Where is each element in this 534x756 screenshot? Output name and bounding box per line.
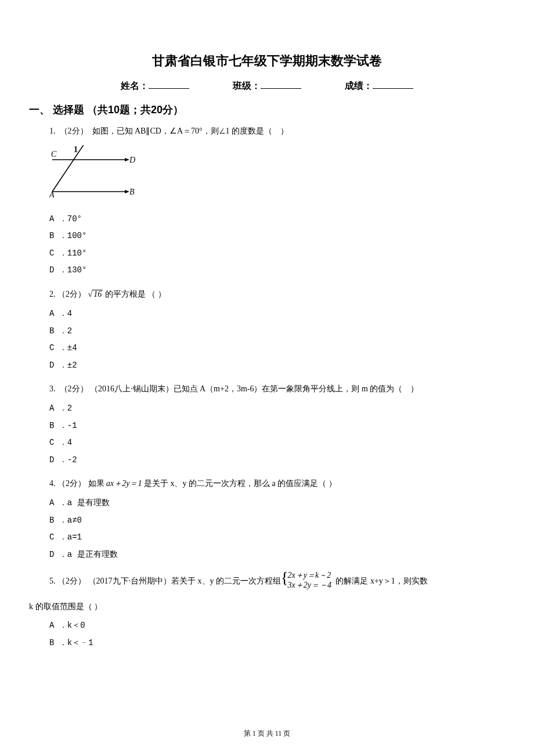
q5-eq-row1: 2x＋y＝k－2	[288, 571, 331, 581]
sqrt-icon: √16	[88, 287, 103, 303]
q5-option-b: B ．k＜﹣1	[49, 638, 505, 649]
question-3: 3. （2分） （2016八上·锡山期末）已知点 A（m+2，3m-6）在第一象…	[49, 381, 505, 397]
svg-line-4	[52, 145, 84, 192]
q5-options: A ．k＜0 B ．k＜﹣1	[49, 620, 505, 649]
name-underline	[149, 88, 189, 89]
q2-option-c: C ．±4	[49, 343, 505, 354]
question-5: 5. （2分） （2017九下·台州期中）若关于 x、y 的二元一次方程组 { …	[49, 571, 505, 593]
q1-figure: C D A B 1	[49, 145, 505, 203]
q1-option-c: C ．110°	[49, 248, 505, 260]
figure-label-a: A	[49, 190, 55, 199]
score-field: 成绩：	[345, 80, 413, 92]
name-field: 姓名：	[121, 80, 189, 92]
q4-options: A ．a 是有理数 B ．a≠0 C ．a=1 D ．a 是正有理数	[49, 498, 505, 560]
question-1: 1. （2分） 如图，已知 AB∥CD，∠A＝70°，则∠1 的度数是（ ）	[49, 124, 505, 139]
q2-option-d: D ．±2	[49, 360, 505, 372]
student-info-row: 姓名： 班级： 成绩：	[29, 80, 505, 92]
class-underline	[261, 88, 301, 89]
figure-label-b: B	[129, 188, 135, 196]
q4-option-c: C ．a=1	[49, 532, 505, 543]
q5-prefix: 5. （2分） （2017九下·台州期中）若关于 x、y 的二元一次方程组	[49, 577, 283, 586]
q5-continuation: k 的取值范围是（ ）	[29, 599, 505, 615]
q2-suffix: 的平方根是 （ ）	[105, 290, 166, 298]
question-4: 4. （2分） 如果 ax＋2y＝1 是关于 x、y 的二元一次方程，那么 a …	[49, 476, 505, 492]
class-label: 班级：	[233, 81, 261, 91]
q5-eq-row2: 3x＋2y＝－4	[288, 581, 331, 591]
score-underline	[373, 88, 413, 89]
q2-option-b: B ．2	[49, 326, 505, 337]
name-label: 姓名：	[121, 81, 149, 91]
q3-options: A ．2 B ．-1 C ．4 D ．-2	[49, 403, 505, 466]
q3-option-d: D ．-2	[49, 455, 505, 466]
q1-stem: 1. （2分） 如图，已知 AB∥CD，∠A＝70°，则∠1 的度数是（ ）	[49, 127, 288, 135]
figure-label-1: 1	[74, 145, 78, 154]
q3-option-a: A ．2	[49, 403, 505, 415]
svg-marker-3	[125, 190, 129, 193]
section-1-header: 一、 选择题 （共10题；共20分）	[29, 103, 505, 117]
q3-option-c: C ．4	[49, 437, 505, 449]
page-title: 甘肃省白银市七年级下学期期末数学试卷	[29, 52, 505, 70]
question-2: 2. （2分） √16 的平方根是 （ ）	[49, 287, 505, 303]
q3-option-b: B ．-1	[49, 420, 505, 432]
q1-option-a: A ．70°	[49, 214, 505, 225]
q3-stem: 3. （2分） （2016八上·锡山期末）已知点 A（m+2，3m-6）在第一象…	[49, 384, 418, 393]
q4-equation: ax＋2y＝1	[106, 479, 142, 488]
equation-system-icon: { 2x＋y＝k－2 3x＋2y＝－4	[286, 571, 331, 593]
q5-suffix: 的解满足 x+y＞1，则实数	[335, 577, 427, 586]
q1-options: A ．70° B ．100° C ．110° D ．130°	[49, 214, 505, 276]
q2-prefix: 2. （2分）	[49, 290, 86, 298]
q2-options: A ．4 B ．2 C ．±4 D ．±2	[49, 308, 505, 371]
figure-label-d: D	[129, 156, 135, 164]
page-footer: 第 1 页 共 11 页	[0, 729, 534, 739]
score-label: 成绩：	[345, 81, 373, 91]
q2-sqrt-inner: 16	[92, 290, 103, 298]
class-field: 班级：	[233, 80, 301, 92]
q4-prefix: 4. （2分） 如果	[49, 479, 106, 488]
svg-marker-2	[125, 158, 129, 161]
q1-option-b: B ．100°	[49, 231, 505, 242]
q4-suffix: 是关于 x、y 的二元一次方程，那么 a 的值应满足（ ）	[142, 479, 336, 488]
q4-option-d: D ．a 是正有理数	[49, 549, 505, 561]
q2-option-a: A ．4	[49, 308, 505, 320]
q1-option-d: D ．130°	[49, 265, 505, 276]
q4-option-b: B ．a≠0	[49, 515, 505, 527]
q5-option-a: A ．k＜0	[49, 620, 505, 632]
q4-option-a: A ．a 是有理数	[49, 498, 505, 509]
figure-label-c: C	[51, 150, 57, 159]
